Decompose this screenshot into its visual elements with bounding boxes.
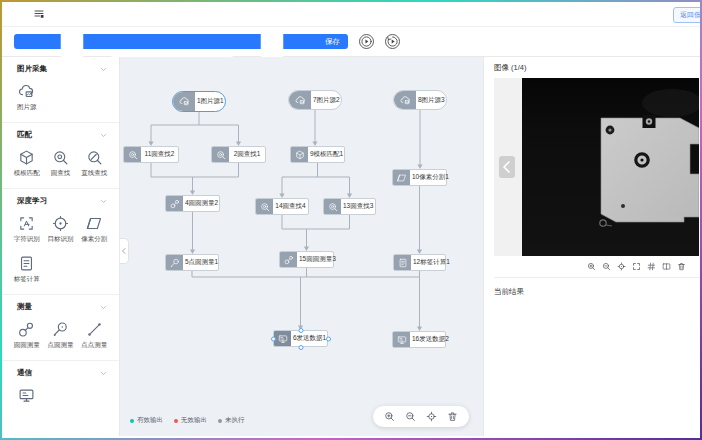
flow-node-5点圆测量1[interactable]: 5点圆测量1 <box>165 254 219 271</box>
play-loop-icon <box>386 35 399 48</box>
run-button[interactable] <box>359 34 374 49</box>
save-button[interactable]: 保存 <box>14 34 348 49</box>
sidebar-item-圆查找[interactable]: 圆查找 <box>44 149 78 178</box>
sidebar-section-header[interactable]: 图片采集 <box>2 64 119 83</box>
measure-pp-icon <box>86 321 103 338</box>
flow-node-15圆圆测量3[interactable]: 15圆圆测量3 <box>279 251 334 268</box>
flow-node-9模板匹配1[interactable]: 9模板匹配1 <box>290 146 345 163</box>
flow-node-6发送数据1[interactable]: 6发送数据1 <box>273 330 328 347</box>
sidebar-section-header[interactable]: 深度学习 <box>2 196 119 215</box>
metal-plate <box>601 118 699 222</box>
sidebar-item-目标识别[interactable]: 目标识别 <box>44 215 78 244</box>
inspection-image[interactable] <box>522 78 699 256</box>
measure-pc-icon <box>52 321 69 338</box>
zoom-in-icon[interactable] <box>384 411 395 422</box>
chevron-left-icon <box>499 159 515 175</box>
connection-handle[interactable] <box>298 328 303 333</box>
connection-handle[interactable] <box>298 345 303 350</box>
flow-node-8图片源3[interactable]: 8图片源3 <box>393 90 447 110</box>
trash-icon[interactable] <box>447 411 458 422</box>
node-label: 5点圆测量1 <box>183 255 220 270</box>
node-label: 7图片源2 <box>311 91 342 109</box>
sidebar-item-monitor[interactable] <box>10 387 44 404</box>
ocr-icon <box>18 215 35 232</box>
flow-node-2圆查找1[interactable]: 2圆查找1 <box>211 146 266 163</box>
sidebar-item-像素分割[interactable]: 像素分割 <box>77 215 111 244</box>
sidebar-section-header[interactable]: 匹配 <box>2 130 119 149</box>
image-toolbar <box>494 256 700 277</box>
zoom-out-icon[interactable] <box>405 411 416 422</box>
sidebar-section-title: 图片采集 <box>17 64 47 74</box>
sidebar-items <box>2 387 119 404</box>
sidebar-item-直线查找[interactable]: 直线查找 <box>77 149 111 178</box>
app-window: 返回低代码 保存 图片采集图片源匹配模板匹配圆查找直线查找深度学习字符识别目标识… <box>2 2 700 438</box>
flow-node-7图片源2[interactable]: 7图片源2 <box>288 90 342 110</box>
trash-icon[interactable] <box>677 262 686 271</box>
sidebar-item-点点测量[interactable]: 点点测量 <box>77 321 111 350</box>
flow-node-12标签计算1[interactable]: 12标签计算1 <box>393 254 446 271</box>
sidebar-section-title: 匹配 <box>17 130 32 140</box>
top-bar: 返回低代码 <box>2 2 700 27</box>
cloud-icon <box>394 91 416 109</box>
sidebar-item-圆圆测量[interactable]: 圆圆测量 <box>10 321 44 350</box>
run-continuous-button[interactable] <box>385 34 400 49</box>
circle-find-icon <box>256 199 273 214</box>
zoom-in-icon[interactable] <box>587 262 596 271</box>
target-icon <box>52 215 69 232</box>
sidebar-section-header[interactable]: 测量 <box>2 302 119 321</box>
sidebar-item-label: 图片源 <box>17 103 37 112</box>
flow-node-11圆查找2[interactable]: 11圆查找2 <box>123 146 179 163</box>
circle-find-icon <box>324 199 341 214</box>
flow-node-1图片源1[interactable]: 1图片源1 <box>172 91 226 112</box>
sidebar-items: 图片源 <box>2 83 119 112</box>
legend-item: 未执行 <box>218 416 245 425</box>
flow-node-10像素分割1[interactable]: 10像素分割1 <box>392 169 447 186</box>
sidebar-collapse-handle[interactable] <box>120 238 129 264</box>
save-button-label: 保存 <box>325 37 340 47</box>
cloud-icon <box>18 83 35 100</box>
grid-icon[interactable] <box>647 262 656 271</box>
flow-edge <box>282 215 350 229</box>
circle-find-icon <box>124 147 141 162</box>
previous-image-button[interactable] <box>499 156 515 178</box>
sidebar-items: 字符识别目标识别像素分割标签计算 <box>2 215 119 284</box>
monitor-icon <box>18 387 35 404</box>
connection-handle[interactable] <box>326 336 331 341</box>
flow-edge <box>199 125 239 142</box>
module-sidebar: 图片采集图片源匹配模板匹配圆查找直线查找深度学习字符识别目标识别像素分割标签计算… <box>2 57 120 436</box>
sidebar-section-header[interactable]: 通信 <box>2 368 119 387</box>
legend-item: 有效输出 <box>130 416 163 425</box>
node-label: 13圆查找3 <box>341 199 375 214</box>
doc-icon <box>394 255 411 270</box>
flow-node-13圆查找3[interactable]: 13圆查找3 <box>323 198 376 215</box>
back-to-lowcode-button[interactable]: 返回低代码 <box>673 7 700 23</box>
cube-icon <box>291 147 308 162</box>
sidebar-item-标签计算[interactable]: 标签计算 <box>10 255 44 284</box>
compare-icon[interactable] <box>662 262 671 271</box>
locate-icon[interactable] <box>426 411 437 422</box>
sidebar-item-字符识别[interactable]: 字符识别 <box>10 215 44 244</box>
flow-node-14圆查找4[interactable]: 14圆查找4 <box>255 198 309 215</box>
zoom-out-icon[interactable] <box>602 262 611 271</box>
sidebar-item-label: 字符识别 <box>14 235 40 244</box>
flow-node-4圆圆测量2[interactable]: 4圆圆测量2 <box>165 195 220 212</box>
legend-label: 无效输出 <box>181 416 207 425</box>
node-label: 15圆圆测量3 <box>297 252 338 267</box>
sidebar-item-label: 点圆测量 <box>47 341 73 350</box>
fullscreen-icon[interactable] <box>632 262 641 271</box>
flow-canvas[interactable]: 1图片源17图片源28图片源311圆查找22圆查找19模板匹配110像素分割14… <box>120 57 483 436</box>
cloud-icon <box>173 92 195 111</box>
node-label: 8图片源3 <box>416 91 447 109</box>
sidebar-item-图片源[interactable]: 图片源 <box>10 83 44 112</box>
flow-node-16发送数据2[interactable]: 16发送数据2 <box>392 331 446 348</box>
sidebar-item-点圆测量[interactable]: 点圆测量 <box>44 321 78 350</box>
locate-icon[interactable] <box>617 262 626 271</box>
menu-icon[interactable] <box>33 8 45 20</box>
sidebar-item-模板匹配[interactable]: 模板匹配 <box>10 149 44 178</box>
screen-frame: 返回低代码 保存 图片采集图片源匹配模板匹配圆查找直线查找深度学习字符识别目标识… <box>0 0 702 440</box>
sidebar-item-label: 点点测量 <box>81 341 107 350</box>
doc-icon <box>18 255 35 272</box>
legend-item: 无效输出 <box>174 416 207 425</box>
connection-handle[interactable] <box>271 336 276 341</box>
sidebar-item-label: 像素分割 <box>81 235 107 244</box>
